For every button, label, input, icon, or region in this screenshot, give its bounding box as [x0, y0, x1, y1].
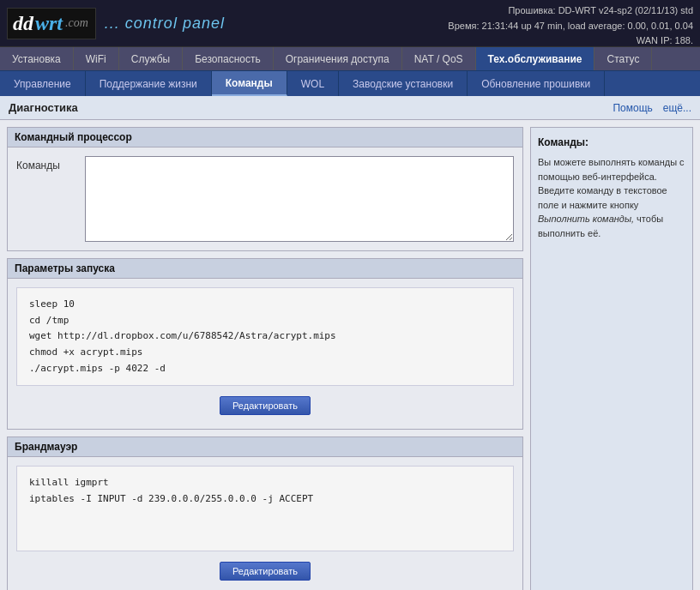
nav-item-sluzhby[interactable]: Службы — [119, 47, 183, 70]
wan-ip: WAN IP: 188. — [448, 33, 693, 49]
help-italic: Выполнить команды, — [538, 214, 634, 224]
help-links: Помощь ещё... — [612, 102, 691, 114]
firewall-edit-button[interactable]: Редактировать — [220, 562, 311, 581]
sub-nav: Управление Поддержание жизни Команды WOL… — [0, 70, 700, 96]
header: ddwrt.com ... control panel Прошивка: DD… — [0, 0, 700, 46]
startup-section: Параметры запуска sleep 10cd /tmpwget ht… — [7, 258, 523, 430]
cmd-processor-section: Командный процессор Команды — [7, 127, 523, 251]
nav-item-ustanovka[interactable]: Установка — [0, 47, 74, 70]
startup-body: sleep 10cd /tmpwget http://dl.dropbox.co… — [8, 279, 522, 429]
cmd-processor-body: Команды — [8, 148, 522, 250]
firewall-code: killall igmprtiptables -I INPUT -d 239.0… — [16, 466, 514, 551]
startup-code: sleep 10cd /tmpwget http://dl.dropbox.co… — [16, 287, 514, 386]
logo-com: .com — [65, 16, 88, 30]
logo-area: ddwrt.com ... control panel — [7, 8, 225, 39]
page-title: Диагностика — [9, 101, 78, 114]
left-panel: Командный процессор Команды Параметры за… — [7, 127, 523, 590]
nav-item-ogranicheniya[interactable]: Ограничения доступа — [274, 47, 402, 70]
nav-item-wifi[interactable]: WiFi — [74, 47, 119, 70]
subnav-obnovlenie[interactable]: Обновление прошивки — [468, 71, 605, 96]
help-text: Вы можете выполнять команды с помощью ве… — [538, 155, 685, 240]
cmd-processor-title: Командный процессор — [8, 128, 522, 148]
firewall-edit-btn-row: Редактировать — [16, 558, 514, 586]
startup-edit-button[interactable]: Редактировать — [220, 396, 311, 415]
firmware-info: Прошивка: DD-WRT v24-sp2 (02/11/13) std — [448, 3, 693, 19]
header-info: Прошивка: DD-WRT v24-sp2 (02/11/13) std … — [448, 3, 693, 49]
subnav-wol[interactable]: WOL — [287, 71, 339, 96]
subnav-komandy[interactable]: Команды — [212, 71, 287, 96]
help-title: Команды: — [538, 135, 685, 150]
cmd-row: Команды — [16, 156, 514, 242]
top-nav: Установка WiFi Службы Безопасность Огран… — [0, 46, 700, 70]
firewall-section: Брандмауэр killall igmprtiptables -I INP… — [7, 436, 523, 590]
main-content: Командный процессор Команды Параметры за… — [0, 120, 700, 590]
logo-box: ddwrt.com — [7, 8, 96, 39]
subnav-zavodskie[interactable]: Заводские установки — [339, 71, 468, 96]
time-info: Время: 21:31:44 up 47 min, load average:… — [448, 19, 693, 34]
help-text-part1: Вы можете выполнять команды с помощью ве… — [538, 157, 685, 210]
control-panel-label: ... control panel — [105, 15, 225, 33]
nav-item-status[interactable]: Статус — [594, 47, 652, 70]
subnav-upravlenie[interactable]: Управление — [0, 71, 86, 96]
help-link[interactable]: Помощь — [612, 102, 652, 114]
cmd-label: Команды — [16, 156, 76, 172]
nav-item-nat-qos[interactable]: NAT / QoS — [402, 47, 476, 70]
logo-dd: dd — [13, 12, 33, 35]
nav-item-bezopasnost[interactable]: Безопасность — [183, 47, 274, 70]
startup-title: Параметры запуска — [8, 259, 522, 279]
page-title-bar: Диагностика Помощь ещё... — [0, 96, 700, 120]
nav-item-tech[interactable]: Тех.обслуживание — [476, 47, 595, 70]
firewall-title: Брандмауэр — [8, 437, 522, 457]
firewall-body: killall igmprtiptables -I INPUT -d 239.0… — [8, 457, 522, 590]
logo-wrt: wrt — [35, 12, 63, 35]
more-link[interactable]: ещё... — [663, 102, 691, 114]
cmd-textarea[interactable] — [85, 156, 514, 242]
help-panel: Команды: Вы можете выполнять команды с п… — [530, 127, 693, 590]
subnav-podderzhanie[interactable]: Поддержание жизни — [86, 71, 212, 96]
startup-edit-btn-row: Редактировать — [16, 393, 514, 420]
